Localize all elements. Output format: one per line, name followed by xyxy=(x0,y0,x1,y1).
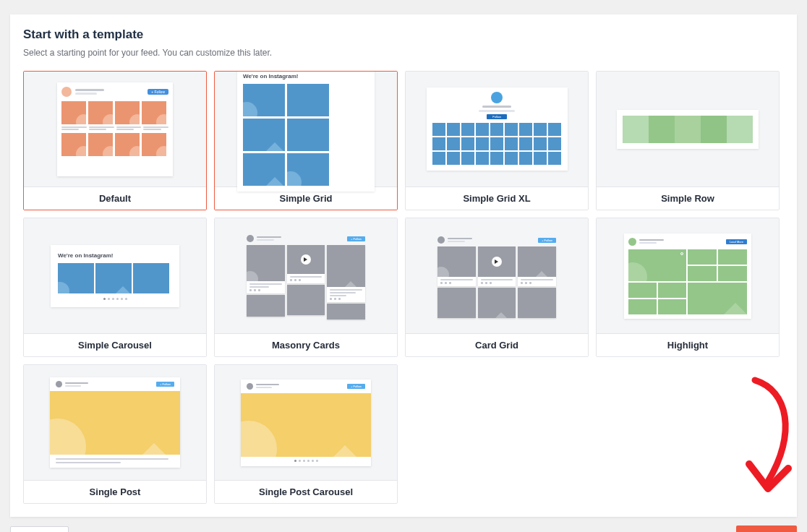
template-preview: We're on Instagram! xyxy=(24,218,206,333)
template-masonry-cards[interactable]: + Follow xyxy=(214,218,398,357)
next-button[interactable]: Next xyxy=(736,525,797,532)
template-label: Simple Grid XL xyxy=(406,186,588,210)
template-preview xyxy=(597,72,779,186)
template-preview: + Follow xyxy=(24,365,206,480)
template-preview: Load More xyxy=(597,218,779,333)
template-simple-carousel[interactable]: We're on Instagram! Simple Carousel xyxy=(23,218,207,357)
back-button[interactable]: Back xyxy=(10,526,69,532)
template-label: Default xyxy=(24,186,206,210)
template-label: Card Grid xyxy=(406,333,588,356)
template-grid: + Follow Default We're on Instagram! xyxy=(23,71,784,504)
play-icon xyxy=(492,257,502,267)
template-highlight[interactable]: Load More Highlight xyxy=(596,218,780,357)
template-preview: Follow xyxy=(406,72,588,186)
template-preview: + Follow xyxy=(215,218,397,333)
template-panel: Start with a template Select a starting … xyxy=(10,14,797,517)
footer: Back Next xyxy=(10,525,797,532)
template-single-post-carousel[interactable]: + Follow Single Post Carousel xyxy=(214,364,398,504)
template-label: Highlight xyxy=(597,333,779,356)
template-preview: + Follow xyxy=(406,218,588,333)
template-label: Single Post xyxy=(24,480,206,503)
template-preview: + Follow xyxy=(215,365,397,480)
template-label: Simple Carousel xyxy=(24,333,206,356)
template-preview: + Follow xyxy=(24,72,206,186)
template-label: Simple Row xyxy=(597,186,779,210)
template-preview: We're on Instagram! xyxy=(215,72,397,186)
page-title: Start with a template xyxy=(23,27,784,42)
template-simple-grid[interactable]: We're on Instagram! Simple Grid xyxy=(214,71,398,210)
play-icon xyxy=(301,254,311,265)
template-label: Single Post Carousel xyxy=(215,480,397,503)
page-subtitle: Select a starting point for your feed. Y… xyxy=(23,48,784,58)
template-simple-grid-xl[interactable]: Follow Simple Grid XL xyxy=(405,71,589,210)
template-default[interactable]: + Follow Default xyxy=(23,71,207,210)
template-label: Masonry Cards xyxy=(215,333,397,356)
template-simple-row[interactable]: Simple Row xyxy=(596,71,780,210)
template-single-post[interactable]: + Follow Single Post xyxy=(23,364,207,504)
template-card-grid[interactable]: + Follow xyxy=(405,218,589,357)
